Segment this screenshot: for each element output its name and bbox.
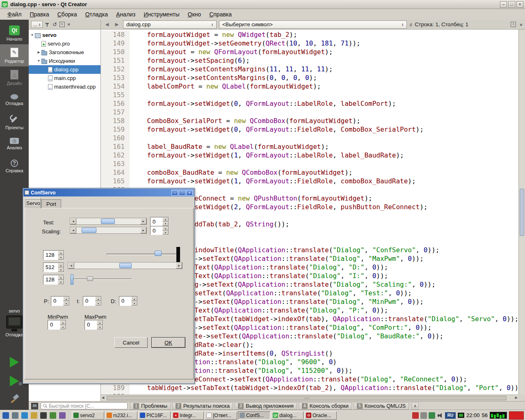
- code-line[interactable]: 164 comboBox_BaudRate = new QComboBox(fo…: [101, 168, 518, 177]
- code-line[interactable]: 163: [101, 160, 518, 168]
- maxpwm-spin-down[interactable]: ▼: [97, 325, 103, 329]
- minpwm-spin-up[interactable]: ▲: [60, 320, 66, 325]
- line-number[interactable]: 160: [101, 134, 130, 142]
- text-editor-launcher-icon[interactable]: [48, 411, 57, 419]
- taskbar-app-button[interactable]: Qtdialog...: [271, 411, 304, 420]
- tree-item[interactable]: ▼Исходники: [29, 57, 100, 65]
- volume-icon[interactable]: [437, 413, 443, 418]
- green-app-tray-icon[interactable]: [429, 412, 435, 419]
- spin_bottom-spinbox[interactable]: 128▲▼: [43, 275, 64, 285]
- code-line[interactable]: 160: [101, 134, 518, 142]
- mode-item-analyze[interactable]: Анализ: [0, 133, 29, 155]
- spin_bottom-spin-down[interactable]: ▼: [58, 280, 64, 284]
- code-line[interactable]: 150 formLayout = new QFormLayout(formLay…: [101, 48, 518, 56]
- ok-button[interactable]: OK: [151, 337, 185, 348]
- slider-handle[interactable]: [87, 276, 93, 281]
- menu-item[interactable]: Сборка: [53, 9, 81, 19]
- line-number[interactable]: 151: [101, 56, 130, 65]
- line-number[interactable]: 189: [101, 383, 130, 392]
- line-number[interactable]: 159: [101, 125, 130, 134]
- editor-vertical-scrollbar[interactable]: [518, 30, 525, 395]
- expander-icon[interactable]: ▼: [30, 33, 35, 37]
- i-spin-down[interactable]: ▼: [95, 301, 101, 306]
- system-monitor-icon[interactable]: [490, 412, 507, 419]
- line-number[interactable]: 158: [101, 116, 130, 125]
- code-line[interactable]: 151 formLayout->setSpacing(6);: [101, 56, 518, 65]
- line-number[interactable]: 165: [101, 177, 130, 185]
- mid-scrollbar[interactable]: ◄ ►: [68, 262, 183, 269]
- navigate-back-icon[interactable]: [103, 22, 111, 27]
- scroll-left-arrow[interactable]: ◄: [70, 227, 76, 233]
- scroll-right-arrow[interactable]: ►: [176, 262, 182, 269]
- close-button[interactable]: [516, 1, 523, 8]
- filter-icon[interactable]: [45, 22, 50, 27]
- line-number[interactable]: 155: [101, 91, 130, 99]
- menu-item[interactable]: Инструменты: [139, 9, 183, 19]
- close-editor-icon[interactable]: [519, 21, 523, 28]
- p-spin-down[interactable]: ▼: [63, 301, 69, 306]
- scrollbar-thumb[interactable]: [520, 189, 524, 236]
- spin_top-spin-up[interactable]: ▲: [58, 251, 64, 255]
- line-number[interactable]: 156: [101, 99, 130, 108]
- test-spinbox[interactable]: 0▲▼: [150, 217, 169, 226]
- tree-item[interactable]: ▶Заголовочные: [29, 48, 100, 57]
- output-pane-button[interactable]: 3Вывод приложения: [235, 402, 297, 410]
- code-line[interactable]: 149 formLayoutWidget->setGeometry(QRect(…: [101, 39, 518, 48]
- spin_bottom-spin-up[interactable]: ▲: [58, 275, 64, 280]
- expander-icon[interactable]: ▼: [36, 59, 41, 63]
- taskbar-app-button[interactable]: ×Integr...: [171, 411, 204, 420]
- test-spin-up[interactable]: ▲: [162, 217, 169, 221]
- editor-horizontal-scrollbar[interactable]: ◀ ▶: [101, 395, 518, 401]
- dialog-maximize-button[interactable]: [179, 190, 185, 196]
- line-number[interactable]: 150: [101, 48, 130, 56]
- code-line[interactable]: 153 formLayout->setContentsMargins(0, 0,…: [101, 73, 518, 82]
- test-scrollbar[interactable]: ◄ ►: [70, 218, 147, 225]
- i-spinbox[interactable]: 0▲▼: [83, 296, 102, 306]
- menu-item[interactable]: Правка: [25, 9, 53, 19]
- tree-item[interactable]: dialog.cpp: [29, 65, 100, 74]
- red-app-tray-icon[interactable]: [412, 412, 419, 419]
- test-spin-down[interactable]: ▼: [162, 221, 169, 226]
- slider-marker[interactable]: [71, 274, 73, 285]
- mode-item-design[interactable]: Дизайн: [0, 66, 29, 89]
- d-spin-down[interactable]: ▼: [131, 301, 137, 306]
- open-file-combo[interactable]: dialog.cpp ▲▼: [123, 21, 217, 29]
- code-line[interactable]: 159 formLayout->setWidget(0, QFormLayout…: [101, 125, 518, 134]
- code-line[interactable]: 154 labelComPort = new QLabel(formLayout…: [101, 82, 518, 91]
- menu-item[interactable]: Окно: [184, 9, 205, 19]
- maximize-button[interactable]: [508, 1, 515, 8]
- code-line[interactable]: 148 formLayoutWidget = new QWidget(tab_2…: [101, 30, 518, 39]
- taskbar-app-button[interactable]: rs232.i...: [105, 411, 137, 420]
- scrollbar-thumb[interactable]: [101, 219, 115, 224]
- tree-item[interactable]: masterthread.cpp: [29, 82, 100, 91]
- scaling-scrollbar[interactable]: ◄ ►: [70, 227, 147, 234]
- scrollbar-thumb[interactable]: [107, 396, 507, 400]
- code-line[interactable]: 155: [101, 91, 518, 99]
- tray-monitor-icon[interactable]: [458, 413, 464, 418]
- line-number[interactable]: 154: [101, 82, 130, 91]
- line-number[interactable]: 162: [101, 151, 130, 160]
- spin_mid-spin-down[interactable]: ▼: [58, 267, 64, 272]
- spin_mid-spinbox[interactable]: 512▲▼: [43, 262, 64, 272]
- code-line[interactable]: 162 formLayout->setWidget(1, QFormLayout…: [101, 151, 518, 160]
- locator-search[interactable]: [41, 402, 128, 409]
- tree-item[interactable]: main.cpp: [29, 74, 100, 82]
- line-number[interactable]: 161: [101, 142, 130, 151]
- sync-with-editor-icon[interactable]: [52, 21, 57, 27]
- scroll-right-arrow[interactable]: ►: [140, 218, 146, 224]
- show-desktop-launcher-icon[interactable]: [11, 411, 19, 419]
- scroll-right-arrow[interactable]: ▶: [515, 396, 518, 399]
- d-spin-up[interactable]: ▲: [131, 297, 137, 301]
- mode-item-help[interactable]: Справка: [0, 155, 29, 177]
- taskbar-app-button[interactable]: PIC16F...: [138, 411, 171, 420]
- panel-red-button[interactable]: [509, 411, 524, 420]
- output-pane-button[interactable]: 1Проблемы: [130, 402, 171, 410]
- spin_top-spinbox[interactable]: 128▲▼: [43, 250, 64, 260]
- code-line[interactable]: 161 label_BaudRate = new QLabel(formLayo…: [101, 142, 518, 151]
- i-spin-up[interactable]: ▲: [95, 297, 101, 301]
- scroll-left-arrow[interactable]: ◄: [68, 262, 74, 269]
- mode-item-projects[interactable]: Проекты: [0, 111, 29, 133]
- dialog-close-button[interactable]: [186, 190, 193, 196]
- scroll-left-arrow[interactable]: ◄: [70, 218, 76, 224]
- gray-app-tray-icon[interactable]: [420, 412, 427, 419]
